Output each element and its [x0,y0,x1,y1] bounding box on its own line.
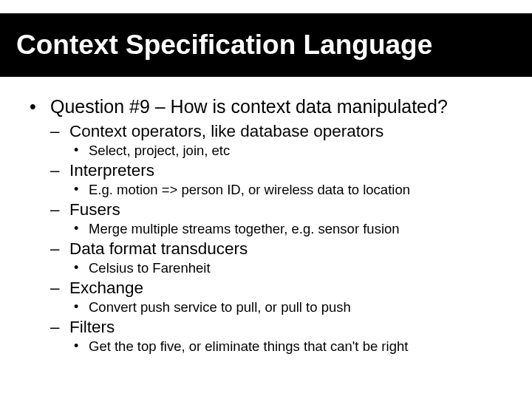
list-item-label: Data format transducers [69,239,248,258]
sub-sub-list: E.g. motion => person ID, or wireless da… [69,182,517,198]
list-item-label: Select, project, join, etc [89,143,230,158]
list-item-label: Filters [69,318,115,336]
list-item-label: Question #9 – How is context data manipu… [50,96,448,117]
sub-sub-list: Select, project, join, etc [69,143,517,159]
sub-sub-list: Convert push service to pull, or pull to… [69,299,517,316]
list-item-label: Interpreters [69,161,154,180]
slide-body: Question #9 – How is context data manipu… [15,96,517,355]
list-item-label: Fusers [69,200,120,219]
slide-title: Context Specification Language [16,30,432,61]
sub-list: Context operators, like database operato… [50,122,517,355]
list-item: Interpreters E.g. motion => person ID, o… [50,161,517,198]
list-item: Merge multiple streams together, e.g. se… [69,221,517,237]
list-item: Get the top five, or eliminate things th… [69,338,517,355]
list-item: Data format transducers Celsius to Faren… [50,239,517,276]
list-item-label: Convert push service to pull, or pull to… [89,299,351,315]
list-item-label: Context operators, like database operato… [69,122,383,140]
list-item: Context operators, like database operato… [50,122,517,159]
list-item-label: Exchange [69,279,143,297]
sub-sub-list: Merge multiple streams together, e.g. se… [69,221,517,237]
list-item: Convert push service to pull, or pull to… [69,299,517,316]
list-item: Exchange Convert push service to pull, o… [50,279,517,316]
list-item: Celsius to Farenheit [69,260,517,276]
list-item-label: Celsius to Farenheit [89,260,211,276]
sub-sub-list: Get the top five, or eliminate things th… [69,338,517,355]
list-item: Select, project, join, etc [69,143,517,159]
list-item-label: E.g. motion => person ID, or wireless da… [89,182,410,197]
list-item-label: Merge multiple streams together, e.g. se… [89,221,400,236]
list-item: Question #9 – How is context data manipu… [30,96,517,355]
list-item: Fusers Merge multiple streams together, … [50,200,517,237]
list-item: Filters Get the top five, or eliminate t… [50,318,517,355]
list-item-label: Get the top five, or eliminate things th… [89,338,408,354]
sub-sub-list: Celsius to Farenheit [69,260,517,276]
slide: Context Specification Language Question … [0,0,532,399]
bullet-list: Question #9 – How is context data manipu… [30,96,517,355]
list-item: E.g. motion => person ID, or wireless da… [69,182,517,198]
title-bar: Context Specification Language [0,13,532,77]
